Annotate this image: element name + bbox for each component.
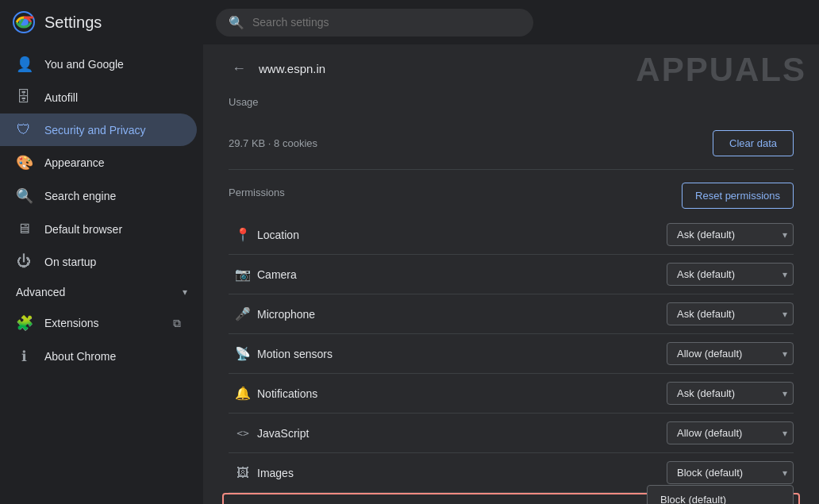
appearance-icon: 🎨 — [16, 154, 32, 171]
extensions-icon: 🧩 — [16, 314, 32, 332]
permission-label-location: Location — [257, 229, 667, 241]
sidebar-label-security-privacy: Security and Privacy — [44, 124, 146, 137]
images-icon: 🖼 — [229, 466, 257, 480]
motion-sensors-icon: 📡 — [229, 346, 257, 361]
sidebar-label-extensions: Extensions — [44, 317, 98, 329]
microphone-select-wrap: Ask (default) Allow Block ▾ — [667, 302, 794, 325]
images-option-block-default[interactable]: Block (default) — [648, 486, 793, 504]
sidebar-navigation: 👤 You and Google 🗄 Autofill 🛡 Security a… — [0, 44, 203, 504]
sidebar-item-security-privacy[interactable]: 🛡 Security and Privacy — [0, 113, 197, 146]
motion-sensors-select-wrap: Allow (default) Ask Block ▾ — [667, 342, 794, 365]
permission-row-microphone: 🎤 Microphone Ask (default) Allow Block ▾ — [229, 294, 794, 334]
sidebar-label-autofill: Autofill — [44, 91, 78, 104]
camera-icon: 📷 — [229, 267, 257, 282]
search-input[interactable] — [252, 16, 521, 29]
permission-label-images: Images — [257, 467, 667, 479]
sidebar: Settings 👤 You and Google 🗄 Autofill 🛡 S… — [0, 0, 203, 504]
usage-row: 29.7 KB · 8 cookies Clear data — [229, 117, 794, 170]
search-engine-icon: 🔍 — [16, 187, 32, 205]
chrome-logo-icon — [13, 11, 35, 33]
sidebar-item-autofill[interactable]: 🗄 Autofill — [0, 81, 197, 113]
usage-label: Usage — [229, 93, 794, 111]
back-button[interactable]: ← — [229, 57, 249, 80]
main-content: 🔍 APPUALS ← www.espn.in Usage 29.7 KB · … — [203, 0, 819, 504]
breadcrumb: ← www.espn.in — [229, 57, 794, 80]
microphone-select[interactable]: Ask (default) Allow Block — [667, 302, 794, 325]
location-select[interactable]: Ask (default) Allow Block — [667, 223, 794, 246]
permission-row-javascript: <> JavaScript Allow (default) Block ▾ — [229, 414, 794, 453]
images-select-wrap: Block (default) Allow Block ▾ — [667, 461, 794, 484]
permissions-header: Permissions Reset permissions — [229, 183, 794, 209]
images-select[interactable]: Block (default) Allow Block — [667, 461, 794, 484]
search-icon: 🔍 — [229, 15, 244, 30]
search-box[interactable]: 🔍 — [216, 9, 533, 37]
permission-row-location: 📍 Location Ask (default) Allow Block ▾ — [229, 215, 794, 255]
clear-data-button[interactable]: Clear data — [713, 130, 794, 156]
permission-label-camera: Camera — [257, 268, 667, 281]
permission-row-motion-sensors: 📡 Motion sensors Allow (default) Ask Blo… — [229, 334, 794, 374]
permission-row-notifications: 🔔 Notifications Ask (default) Allow Bloc… — [229, 374, 794, 414]
sidebar-advanced-section[interactable]: Advanced ▾ — [0, 278, 203, 306]
permission-label-notifications: Notifications — [257, 387, 667, 400]
javascript-select[interactable]: Allow (default) Block — [667, 421, 794, 444]
permission-row-images: 🖼 Images Block (default) Allow Block ▾ B… — [229, 453, 794, 493]
notifications-select[interactable]: Ask (default) Allow Block — [667, 382, 794, 405]
info-icon: ℹ — [16, 348, 32, 365]
microphone-icon: 🎤 — [229, 306, 257, 321]
camera-select[interactable]: Ask (default) Allow Block — [667, 263, 794, 286]
location-icon: 📍 — [229, 227, 257, 242]
sidebar-item-extensions[interactable]: 🧩 Extensions ⧉ — [0, 306, 197, 340]
javascript-select-wrap: Allow (default) Block ▾ — [667, 421, 794, 444]
sidebar-label-appearance: Appearance — [44, 156, 105, 169]
app-header: Settings — [0, 0, 203, 44]
sidebar-label-search-engine: Search engine — [44, 190, 116, 202]
site-title: www.espn.in — [259, 62, 325, 75]
reset-permissions-button[interactable]: Reset permissions — [682, 183, 794, 209]
permission-label-microphone: Microphone — [257, 308, 667, 321]
sidebar-label-advanced: Advanced — [16, 286, 65, 298]
sidebar-item-on-startup[interactable]: ⏻ On startup — [0, 245, 197, 278]
autofill-icon: 🗄 — [16, 89, 32, 106]
page-content: APPUALS ← www.espn.in Usage 29.7 KB · 8 … — [203, 44, 819, 504]
notifications-select-wrap: Ask (default) Allow Block ▾ — [667, 382, 794, 405]
permissions-label: Permissions — [229, 183, 285, 202]
camera-select-wrap: Ask (default) Allow Block ▾ — [667, 263, 794, 286]
external-link-icon: ⧉ — [173, 317, 181, 330]
sidebar-label-default-browser: Default browser — [44, 223, 122, 236]
motion-sensors-select[interactable]: Allow (default) Ask Block — [667, 342, 794, 365]
javascript-icon: <> — [229, 427, 257, 439]
shield-icon: 🛡 — [16, 121, 32, 138]
notifications-icon: 🔔 — [229, 386, 257, 401]
sidebar-label-about-chrome: About Chrome — [44, 350, 116, 363]
sidebar-label-on-startup: On startup — [44, 256, 96, 268]
startup-icon: ⏻ — [16, 253, 32, 270]
permission-label-motion-sensors: Motion sensors — [257, 348, 667, 360]
usage-text: 29.7 KB · 8 cookies — [229, 137, 317, 149]
sidebar-item-appearance[interactable]: 🎨 Appearance — [0, 146, 197, 179]
sidebar-item-default-browser[interactable]: 🖥 Default browser — [0, 213, 197, 245]
permission-label-javascript: JavaScript — [257, 427, 667, 440]
location-select-wrap: Ask (default) Allow Block ▾ — [667, 223, 794, 246]
chevron-down-icon: ▾ — [183, 287, 187, 298]
sidebar-item-you-google[interactable]: 👤 You and Google — [0, 48, 197, 81]
default-browser-icon: 🖥 — [16, 221, 32, 237]
sidebar-item-about-chrome[interactable]: ℹ About Chrome — [0, 340, 197, 373]
person-icon: 👤 — [16, 56, 32, 73]
images-dropdown: Block (default) Allow Block — [647, 485, 794, 504]
sidebar-item-search-engine[interactable]: 🔍 Search engine — [0, 179, 197, 213]
permission-row-camera: 📷 Camera Ask (default) Allow Block ▾ — [229, 255, 794, 294]
sidebar-label-you-google: You and Google — [44, 58, 124, 71]
app-title: Settings — [44, 13, 102, 32]
top-bar: 🔍 — [203, 0, 819, 44]
